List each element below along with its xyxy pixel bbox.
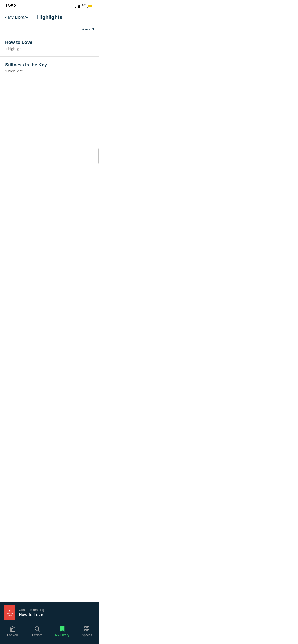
- header: ‹ My Library Highlights: [0, 11, 99, 24]
- scrollbar: [98, 148, 99, 164]
- sort-button[interactable]: A – Z ▾: [82, 27, 94, 31]
- sort-chevron-icon: ▾: [92, 27, 94, 31]
- book-title: Stillness Is the Key: [5, 62, 94, 68]
- content-area: [0, 79, 99, 186]
- status-time: 16:52: [5, 4, 16, 9]
- sort-label: A – Z: [82, 27, 91, 31]
- back-button[interactable]: ‹ My Library: [5, 14, 28, 20]
- book-title: How to Love: [5, 40, 94, 45]
- back-label: My Library: [8, 15, 28, 20]
- wifi-icon: [82, 4, 86, 8]
- book-item-how-to-love[interactable]: How to Love 1 highlight: [0, 34, 99, 56]
- battery-icon: [87, 5, 94, 8]
- signal-icon: [75, 4, 80, 8]
- book-highlights: 1 highlight: [5, 69, 94, 73]
- back-chevron-icon: ‹: [5, 14, 7, 20]
- sort-bar: A – Z ▾: [0, 24, 99, 34]
- book-highlights: 1 highlight: [5, 47, 94, 51]
- book-item-stillness[interactable]: Stillness Is the Key 1 highlight: [0, 57, 99, 79]
- status-icons: [75, 4, 94, 8]
- page-title: Highlights: [37, 14, 62, 20]
- page: 16:52: [0, 0, 99, 215]
- status-bar: 16:52: [0, 0, 99, 11]
